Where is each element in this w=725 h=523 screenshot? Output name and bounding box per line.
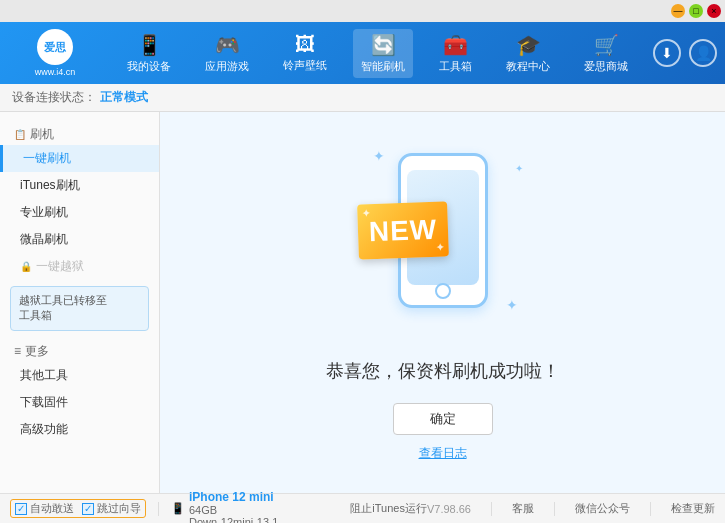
account-button[interactable]: 👤 — [689, 39, 717, 67]
minimize-button[interactable]: — — [671, 4, 685, 18]
sidebar-more-section: ≡ 更多 — [0, 337, 159, 362]
view-log-link[interactable]: 查看日志 — [419, 445, 467, 462]
sparkle-1: ✦ — [373, 148, 385, 164]
sparkle-2: ✦ — [515, 163, 523, 174]
device-section: 📱 iPhone 12 mini 64GB Down-12mini-13,1 — [171, 490, 278, 524]
itunes-flash-label: iTunes刷机 — [20, 178, 80, 192]
more-section-icon: ≡ — [14, 344, 21, 358]
nav-wallpaper[interactable]: 🖼 铃声壁纸 — [275, 29, 335, 77]
device-firmware: Down-12mini-13,1 — [189, 516, 278, 524]
sidebar-item-one-click-flash[interactable]: 一键刷机 — [0, 145, 159, 172]
device-phone-icon: 📱 — [171, 502, 185, 515]
nav-apps-games-label: 应用游戏 — [205, 59, 249, 74]
logo-circle: 爱思 — [37, 29, 73, 65]
bottom-divider-2 — [491, 502, 492, 516]
apps-games-icon: 🎮 — [215, 33, 240, 57]
skip-wizard-label: 跳过向导 — [97, 501, 141, 516]
main-nav: 📱 我的设备 🎮 应用游戏 🖼 铃声壁纸 🔄 智能刷机 🧰 工具箱 🎓 教程中心… — [110, 29, 645, 78]
new-badge: NEW — [357, 201, 449, 259]
flash-section-title: 刷机 — [30, 126, 54, 143]
wallpaper-icon: 🖼 — [295, 33, 315, 56]
sidebar-item-other-tools[interactable]: 其他工具 — [0, 362, 159, 389]
auto-upload-check: ✓ — [15, 503, 27, 515]
logo-area: 爱思 www.i4.cn — [0, 29, 110, 77]
version-label: V7.98.66 — [427, 503, 471, 515]
nav-smart-flash-label: 智能刷机 — [361, 59, 405, 74]
nav-my-device[interactable]: 📱 我的设备 — [119, 29, 179, 78]
nav-store-label: 爱思商城 — [584, 59, 628, 74]
status-value: 正常模式 — [100, 89, 148, 106]
nav-tutorial-label: 教程中心 — [506, 59, 550, 74]
content-area: ✦ ✦ ✦ NEW 恭喜您，保资料刷机成功啦！ 确定 查看日志 — [160, 112, 725, 493]
sidebar-item-download-firmware[interactable]: 下载固件 — [0, 389, 159, 416]
nav-apps-games[interactable]: 🎮 应用游戏 — [197, 29, 257, 78]
notice-text: 越狱工具已转移至 工具箱 — [19, 294, 107, 321]
auto-upload-checkbox[interactable]: ✓ 自动敢送 — [15, 501, 74, 516]
smart-flash-icon: 🔄 — [371, 33, 396, 57]
main-layout: 📋 刷机 一键刷机 iTunes刷机 专业刷机 微晶刷机 🔒 一键越狱 越狱工具… — [0, 112, 725, 493]
auto-upload-label: 自动敢送 — [30, 501, 74, 516]
more-section-title: 更多 — [25, 343, 49, 360]
bottom-right: V7.98.66 客服 微信公众号 检查更新 — [427, 501, 715, 516]
one-click-flash-label: 一键刷机 — [23, 151, 71, 165]
status-label: 设备连接状态： — [12, 89, 96, 106]
device-storage: 64GB — [189, 504, 278, 516]
status-bar: 设备连接状态： 正常模式 — [0, 84, 725, 112]
bottom-divider-3 — [554, 502, 555, 516]
nav-smart-flash[interactable]: 🔄 智能刷机 — [353, 29, 413, 78]
device-info: iPhone 12 mini 64GB Down-12mini-13,1 — [189, 490, 278, 524]
confirm-button[interactable]: 确定 — [393, 403, 493, 435]
nav-toolbox-label: 工具箱 — [439, 59, 472, 74]
nav-tutorial[interactable]: 🎓 教程中心 — [498, 29, 558, 78]
logo-icon: 爱思 — [44, 40, 66, 55]
download-button[interactable]: ⬇ — [653, 39, 681, 67]
nav-toolbox[interactable]: 🧰 工具箱 — [431, 29, 480, 78]
pro-flash-label: 专业刷机 — [20, 205, 68, 219]
bottom-divider-1 — [158, 502, 159, 516]
wechat-link[interactable]: 微信公众号 — [575, 501, 630, 516]
sidebar-item-advanced[interactable]: 高级功能 — [0, 416, 159, 443]
phone-home-btn — [435, 283, 451, 299]
skip-wizard-checkbox[interactable]: ✓ 跳过向导 — [82, 501, 141, 516]
sidebar-item-micro-flash[interactable]: 微晶刷机 — [0, 226, 159, 253]
logo-subtitle: www.i4.cn — [35, 67, 76, 77]
sidebar-notice: 越狱工具已转移至 工具箱 — [10, 286, 149, 331]
skip-wizard-check: ✓ — [82, 503, 94, 515]
store-icon: 🛒 — [594, 33, 619, 57]
bottom-bar: ✓ 自动敢送 ✓ 跳过向导 📱 iPhone 12 mini 64GB Down… — [0, 493, 725, 523]
download-firmware-label: 下载固件 — [20, 395, 68, 409]
close-button[interactable]: × — [707, 4, 721, 18]
flash-section-icon: 📋 — [14, 129, 26, 140]
advanced-label: 高级功能 — [20, 422, 68, 436]
checkbox-area: ✓ 自动敢送 ✓ 跳过向导 — [10, 499, 146, 518]
sidebar-item-jailbreak: 🔒 一键越狱 — [0, 253, 159, 280]
sidebar: 📋 刷机 一键刷机 iTunes刷机 专业刷机 微晶刷机 🔒 一键越狱 越狱工具… — [0, 112, 160, 493]
maximize-button[interactable]: □ — [689, 4, 703, 18]
header-right: ⬇ 👤 — [645, 39, 725, 67]
nav-store[interactable]: 🛒 爱思商城 — [576, 29, 636, 78]
jailbreak-label: 一键越狱 — [36, 258, 84, 275]
stop-itunes-label: 阻止iTunes运行 — [350, 502, 427, 514]
sidebar-item-pro-flash[interactable]: 专业刷机 — [0, 199, 159, 226]
bottom-divider-4 — [650, 502, 651, 516]
success-text: 恭喜您，保资料刷机成功啦！ — [326, 359, 560, 383]
sidebar-item-itunes-flash[interactable]: iTunes刷机 — [0, 172, 159, 199]
check-update-link[interactable]: 检查更新 — [671, 501, 715, 516]
sparkle-3: ✦ — [506, 297, 518, 313]
micro-flash-label: 微晶刷机 — [20, 232, 68, 246]
title-bar: — □ × — [0, 0, 725, 22]
nav-wallpaper-label: 铃声壁纸 — [283, 58, 327, 73]
header: 爱思 www.i4.cn 📱 我的设备 🎮 应用游戏 🖼 铃声壁纸 🔄 智能刷机… — [0, 22, 725, 84]
other-tools-label: 其他工具 — [20, 368, 68, 382]
sidebar-flash-section: 📋 刷机 — [0, 120, 159, 145]
lock-icon: 🔒 — [20, 261, 32, 272]
stop-itunes-button[interactable]: 阻止iTunes运行 — [350, 501, 427, 516]
my-device-icon: 📱 — [137, 33, 162, 57]
toolbox-icon: 🧰 — [443, 33, 468, 57]
tutorial-icon: 🎓 — [516, 33, 541, 57]
illustration: ✦ ✦ ✦ NEW — [353, 143, 533, 343]
nav-my-device-label: 我的设备 — [127, 59, 171, 74]
device-name: iPhone 12 mini — [189, 490, 278, 504]
customer-service-link[interactable]: 客服 — [512, 501, 534, 516]
bottom-left: ✓ 自动敢送 ✓ 跳过向导 📱 iPhone 12 mini 64GB Down… — [10, 490, 350, 524]
